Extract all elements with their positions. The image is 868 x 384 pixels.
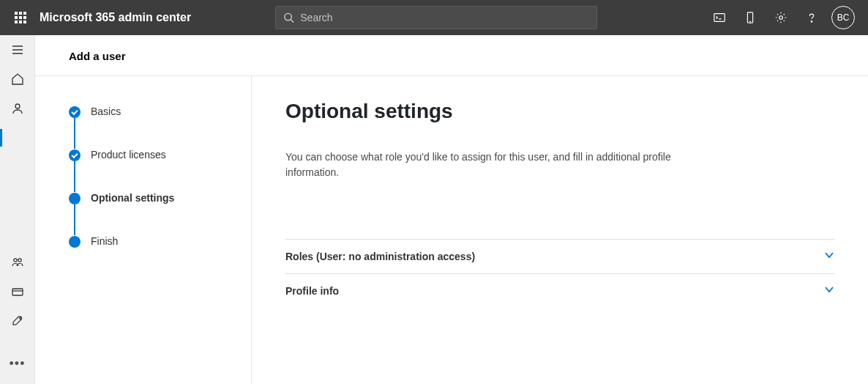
app-title: Microsoft 365 admin center xyxy=(40,11,191,24)
svg-point-20 xyxy=(15,104,20,108)
svg-line-10 xyxy=(291,20,294,23)
app-launcher-icon[interactable] xyxy=(6,0,35,35)
step-check-icon xyxy=(69,149,81,161)
wizard-stepper: Basics Product licenses Optional setting… xyxy=(35,76,252,384)
expander-roles[interactable]: Roles (User: no administration access) xyxy=(285,239,834,273)
search-input[interactable] xyxy=(300,12,589,23)
svg-rect-23 xyxy=(12,289,23,295)
step-current-icon xyxy=(69,193,81,204)
svg-rect-2 xyxy=(23,12,26,15)
active-nav-indicator[interactable] xyxy=(0,123,35,152)
svg-point-15 xyxy=(779,16,783,20)
groups-icon[interactable] xyxy=(0,248,35,277)
step-label: Finish xyxy=(91,235,118,247)
shell-console-icon[interactable] xyxy=(704,0,735,35)
step-upcoming-icon xyxy=(69,236,81,248)
step-connector xyxy=(74,118,75,149)
step-connector xyxy=(74,161,75,192)
panel-title: Add a user xyxy=(35,35,868,76)
content-area: Optional settings You can choose what ro… xyxy=(252,76,868,384)
search-icon xyxy=(283,12,294,23)
step-connector xyxy=(74,204,75,235)
svg-rect-6 xyxy=(15,21,18,23)
expander-label: Profile info xyxy=(285,285,339,297)
mobile-icon[interactable] xyxy=(735,0,766,35)
expander-label: Roles (User: no administration access) xyxy=(285,251,475,262)
chevron-down-icon xyxy=(824,284,834,298)
content-heading: Optional settings xyxy=(285,100,834,123)
svg-rect-0 xyxy=(15,12,18,15)
left-rail: ••• xyxy=(0,35,35,384)
settings-icon[interactable] xyxy=(766,0,796,35)
step-optional-settings[interactable]: Optional settings xyxy=(69,192,236,204)
svg-rect-1 xyxy=(19,12,22,15)
svg-rect-11 xyxy=(714,14,725,22)
svg-rect-5 xyxy=(23,16,26,19)
step-label: Product licenses xyxy=(91,149,166,160)
step-label: Basics xyxy=(91,106,121,117)
account-avatar[interactable]: BC xyxy=(831,6,855,29)
expander-profile-info[interactable]: Profile info xyxy=(285,273,834,308)
main-panel: Add a user Basics Product licenses Optio… xyxy=(35,35,868,384)
home-icon[interactable] xyxy=(0,64,35,94)
step-label: Optional settings xyxy=(91,192,174,204)
search-wrapper xyxy=(275,6,597,29)
more-icon[interactable]: ••• xyxy=(0,349,35,378)
svg-point-22 xyxy=(18,259,20,262)
step-basics[interactable]: Basics xyxy=(69,106,236,118)
help-icon[interactable] xyxy=(796,0,827,35)
svg-point-16 xyxy=(811,21,812,22)
svg-rect-7 xyxy=(19,21,22,23)
nav-toggle-icon[interactable] xyxy=(0,35,35,64)
users-icon[interactable] xyxy=(0,94,35,123)
svg-rect-8 xyxy=(23,21,26,23)
svg-rect-4 xyxy=(19,16,22,19)
step-product-licenses[interactable]: Product licenses xyxy=(69,149,236,161)
step-check-icon xyxy=(69,106,81,118)
chevron-down-icon xyxy=(824,250,834,263)
svg-point-21 xyxy=(13,259,16,262)
top-bar: Microsoft 365 admin center BC xyxy=(0,0,868,35)
billing-icon[interactable] xyxy=(0,277,35,306)
svg-point-25 xyxy=(19,317,21,320)
svg-point-9 xyxy=(285,13,291,20)
svg-rect-3 xyxy=(15,16,18,19)
step-finish[interactable]: Finish xyxy=(69,235,236,248)
search-box[interactable] xyxy=(275,6,597,29)
setup-icon[interactable] xyxy=(0,306,35,336)
content-description: You can choose what role you'd like to a… xyxy=(285,149,681,180)
